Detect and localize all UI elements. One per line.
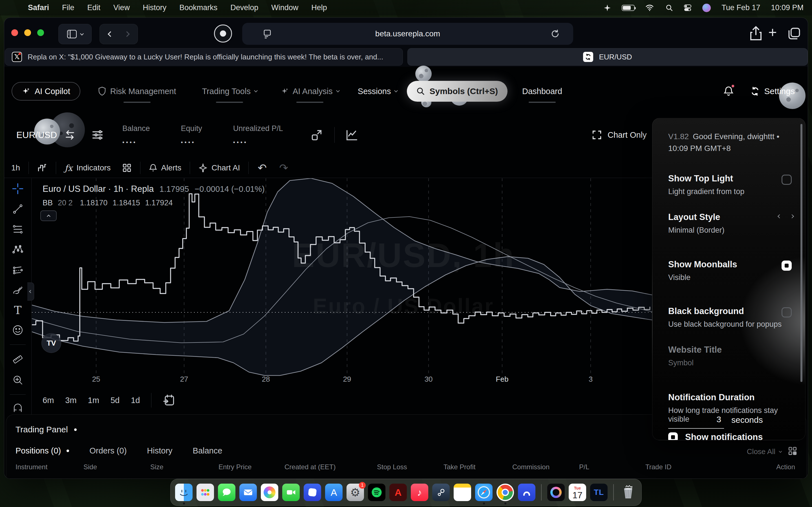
safari-dock-icon[interactable] — [475, 484, 493, 501]
system-settings-dock-icon[interactable]: ⚙1 — [347, 484, 364, 501]
transfer-icon[interactable] — [310, 128, 323, 142]
close-window-button[interactable] — [11, 29, 18, 36]
swirl-app-dock-icon[interactable] — [547, 484, 565, 501]
filters-icon[interactable] — [91, 129, 104, 141]
checkbox-icon[interactable] — [781, 175, 792, 185]
account-stat[interactable]: Unrealized P/L•••• — [233, 124, 283, 146]
setting-layout-style[interactable]: Layout StyleMinimal (Border) — [668, 212, 794, 235]
crosshair-tool-icon[interactable] — [12, 183, 24, 194]
back-button[interactable] — [108, 31, 113, 37]
emoji-tool-icon[interactable] — [12, 324, 24, 336]
setting-show-moonballs[interactable]: Show MoonballsVisible — [668, 260, 794, 282]
menu-view[interactable]: View — [107, 3, 136, 12]
address-bar[interactable]: beta.userepla.com — [242, 23, 573, 45]
setting-show-notifications[interactable]: Show notifications — [668, 432, 763, 440]
symbols-search-button[interactable]: Symbols (Ctrl+S) — [407, 81, 507, 102]
time-axis[interactable]: 2527282930Feb3 — [4, 375, 652, 386]
prev-arrow-icon[interactable] — [777, 214, 781, 218]
app-store-dock-icon[interactable]: A — [325, 484, 343, 501]
timeframe-6m[interactable]: 6m — [43, 396, 54, 405]
apple-intelligence-icon[interactable] — [604, 4, 611, 11]
chart-style-button[interactable] — [36, 163, 49, 173]
messages-dock-icon[interactable] — [218, 484, 236, 501]
interval-button[interactable]: 1h — [10, 163, 22, 172]
close-all-button[interactable]: Close All — [747, 447, 781, 456]
layout-grid-button[interactable] — [120, 163, 133, 173]
trash-dock-icon[interactable] — [619, 484, 637, 501]
tl-app-dock-icon[interactable]: TL — [590, 484, 608, 501]
trend-line-tool-icon[interactable] — [12, 203, 24, 215]
checkbox-checked-icon[interactable] — [668, 432, 678, 440]
swap-symbol-icon[interactable] — [64, 130, 75, 140]
settings-button[interactable]: Settings — [750, 87, 795, 96]
chart-only-button[interactable]: Chart Only — [608, 130, 647, 140]
setting-show-top-light[interactable]: Show Top LightLight gradient from top — [668, 173, 794, 196]
price-chart[interactable] — [32, 178, 652, 380]
arc-dock-icon[interactable] — [518, 484, 536, 501]
calendar-dock-icon[interactable]: Tue17 — [569, 484, 586, 501]
projection-tool-icon[interactable] — [12, 264, 24, 276]
tab-overview-icon[interactable] — [787, 26, 802, 41]
tab-repla-on-x[interactable]: 𝕏 Repla on X: "$1,000 Giveaway to a Luck… — [5, 48, 403, 66]
menu-help[interactable]: Help — [305, 3, 334, 12]
xabcd-pattern-tool-icon[interactable] — [12, 244, 24, 256]
forward-button[interactable] — [124, 31, 130, 37]
go-to-date-icon[interactable] — [163, 394, 175, 406]
account-stat[interactable]: Equity•••• — [181, 124, 202, 146]
timeframe-3m[interactable]: 3m — [65, 396, 77, 405]
spotlight-search-icon[interactable] — [666, 4, 673, 11]
duration-value-input[interactable]: 3 — [668, 414, 724, 429]
next-arrow-icon[interactable] — [790, 214, 794, 218]
siri-icon[interactable] — [702, 4, 711, 12]
timeframe-5d[interactable]: 5d — [110, 396, 119, 405]
menu-safari[interactable]: Safari — [21, 3, 56, 12]
menu-file[interactable]: File — [56, 3, 81, 12]
nav-risk-management[interactable]: Risk Management — [98, 87, 176, 96]
redo-button[interactable]: ↷ — [279, 162, 288, 174]
tab-history[interactable]: History — [147, 446, 172, 455]
undo-button[interactable]: ↶ — [258, 162, 267, 174]
tradingview-logo[interactable]: TV — [42, 333, 61, 353]
menu-bookmarks[interactable]: Bookmarks — [173, 3, 224, 12]
indicators-button[interactable]: ƒx Indicators — [63, 163, 112, 173]
panel-layout-icon[interactable] — [788, 446, 797, 456]
mail-dock-icon[interactable] — [239, 484, 257, 501]
alerts-button[interactable]: Alerts — [147, 163, 183, 172]
nav-trading-tools[interactable]: Trading Tools — [202, 87, 257, 96]
widgets-dock-icon[interactable] — [197, 484, 214, 501]
settings-scrollbar[interactable] — [801, 124, 802, 382]
magnet-tool-icon[interactable] — [12, 403, 24, 413]
nav-dashboard[interactable]: Dashboard — [522, 87, 562, 96]
timeframe-1d[interactable]: 1d — [131, 396, 140, 405]
menu-edit[interactable]: Edit — [81, 3, 107, 12]
finder-dock-icon[interactable] — [175, 484, 193, 501]
fib-retracement-tool-icon[interactable] — [12, 223, 24, 235]
zoom-window-button[interactable] — [37, 29, 44, 36]
setting-website-title[interactable]: Website TitleSymbol — [668, 345, 794, 367]
page-format-icon[interactable] — [262, 29, 272, 39]
brush-tool-icon[interactable] — [12, 284, 24, 296]
notes-dock-icon[interactable] — [454, 484, 471, 501]
legend-title[interactable]: Euro / US Dollar · 1h · Repla — [43, 184, 154, 194]
legend-collapse-button[interactable] — [40, 210, 57, 221]
tab-positions[interactable]: Positions (0) — [15, 446, 69, 455]
photos-dock-icon[interactable] — [261, 484, 278, 501]
menu-history[interactable]: History — [136, 3, 173, 12]
text-tool-icon[interactable]: T — [14, 304, 22, 316]
trading-panel-title[interactable]: Trading Panel — [15, 425, 77, 434]
facetime-dock-icon[interactable] — [282, 484, 300, 501]
menu-develop[interactable]: Develop — [224, 3, 265, 12]
tab-balance[interactable]: Balance — [193, 446, 222, 455]
acrobat-dock-icon[interactable]: A — [389, 484, 407, 501]
tab-eurusd-active[interactable]: EUR/USD — [407, 48, 808, 66]
share-icon[interactable] — [748, 25, 764, 41]
menu-window[interactable]: Window — [265, 3, 305, 12]
equity-chart-icon[interactable] — [345, 128, 358, 142]
steam-dock-icon[interactable] — [432, 484, 450, 501]
spotify-dock-icon[interactable] — [368, 484, 386, 501]
setting-black-background[interactable]: Black backgroundUse black background for… — [668, 306, 794, 329]
checkbox-checked-icon[interactable] — [781, 261, 792, 271]
chart-ai-button[interactable]: Chart AI — [197, 163, 242, 172]
account-stat[interactable]: Balance•••• — [122, 124, 150, 146]
checkbox-icon[interactable] — [781, 307, 792, 318]
